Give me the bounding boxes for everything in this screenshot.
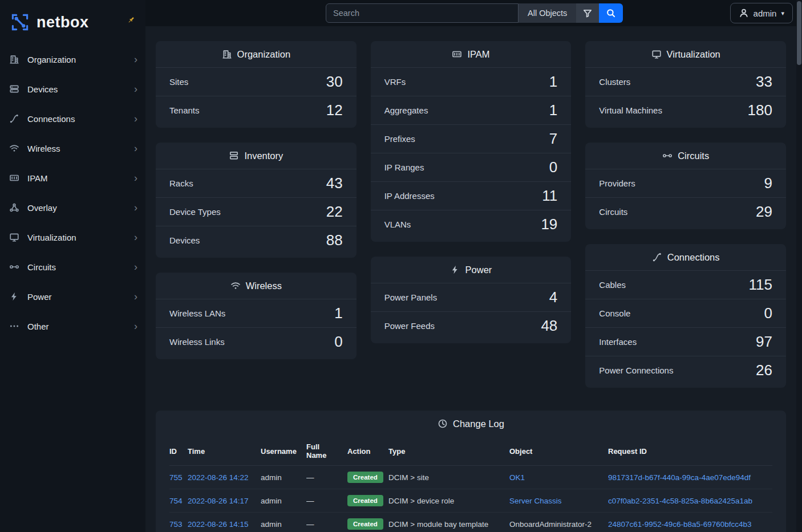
sidebar-item-virtualization[interactable]: Virtualization ›: [0, 222, 145, 252]
column-header-object: Object: [509, 437, 608, 466]
person-icon: [739, 8, 749, 18]
changelog-object-link[interactable]: OK1: [509, 473, 525, 482]
stat-row-sites[interactable]: Sites 30: [156, 67, 357, 96]
changelog-type: DCIM > site: [388, 466, 509, 489]
sidebar-item-connections[interactable]: Connections ›: [0, 104, 145, 133]
search-input[interactable]: [326, 3, 519, 23]
stat-row-aggregates[interactable]: Aggregates 1: [371, 96, 572, 124]
counter-icon: [452, 49, 462, 59]
search-submit-button[interactable]: [599, 3, 623, 23]
lightning-icon: [450, 265, 460, 275]
stat-row-racks[interactable]: Racks 43: [156, 169, 357, 197]
stat-label: IP Ranges: [384, 163, 424, 172]
column-header-action: Action: [347, 437, 388, 466]
stat-row-virtual-machines[interactable]: Virtual Machines 180: [585, 96, 786, 124]
card-header: Connections: [585, 244, 786, 270]
stat-row-tenants[interactable]: Tenants 12: [156, 96, 357, 124]
netbox-logo[interactable]: netbox: [0, 7, 145, 44]
column-1: Organization Sites 30 Tenants 12: [156, 41, 357, 359]
column-header-type: Type: [388, 437, 509, 466]
stat-row-device-types[interactable]: Device Types 22: [156, 197, 357, 226]
stat-value: 43: [326, 174, 343, 192]
stat-row-providers[interactable]: Providers 9: [585, 169, 786, 197]
filter-button[interactable]: [576, 3, 599, 23]
stat-row-ip-ranges[interactable]: IP Ranges 0: [371, 153, 572, 181]
scrollbar-thumb[interactable]: [797, 1, 801, 65]
changelog-username: admin: [261, 489, 306, 513]
pin-sidebar-icon[interactable]: [127, 16, 135, 27]
stat-value: 4: [549, 289, 557, 306]
stat-label: Circuits: [599, 207, 627, 217]
stat-row-ip-addresses[interactable]: IP Addresses 11: [371, 181, 572, 210]
sidebar-item-other[interactable]: Other ›: [0, 311, 145, 341]
stat-row-circuits[interactable]: Circuits 29: [585, 197, 786, 226]
stat-row-wireless-links[interactable]: Wireless Links 0: [156, 327, 357, 356]
chevron-right-icon: ›: [134, 113, 137, 124]
stat-row-cables[interactable]: Cables 115: [585, 270, 786, 299]
sidebar: netbox Organization › Devices ›: [0, 0, 145, 532]
user-menu-button[interactable]: admin ▾: [730, 3, 793, 23]
chevron-right-icon: ›: [134, 143, 137, 153]
changelog-id-link[interactable]: 754: [169, 497, 183, 505]
sidebar-item-label: Organization: [27, 55, 76, 64]
stat-row-clusters[interactable]: Clusters 33: [585, 67, 786, 96]
chevron-right-icon: ›: [134, 54, 137, 64]
stat-row-power-feeds[interactable]: Power Feeds 48: [371, 311, 572, 340]
table-row: 753 2022-08-26 14:15 admin — Created DCI…: [169, 513, 772, 532]
search-scope-button[interactable]: All Objects: [519, 3, 576, 23]
sidebar-item-label: Overlay: [27, 203, 57, 213]
changelog-id-link[interactable]: 755: [169, 473, 183, 482]
sidebar-item-circuits[interactable]: Circuits ›: [0, 252, 145, 282]
stat-value: 1: [549, 73, 557, 91]
changelog-request-id-link[interactable]: 24807c61-9952-49c6-b8a5-69760bfcc4b3: [608, 520, 751, 529]
changelog-username: admin: [261, 466, 306, 489]
sidebar-item-overlay[interactable]: Overlay ›: [0, 193, 145, 222]
changelog-id-link[interactable]: 753: [169, 520, 183, 529]
sidebar-item-label: Power: [27, 292, 52, 302]
stat-row-power-connections[interactable]: Power Connections 26: [585, 356, 786, 384]
changelog-request-id-link[interactable]: c07f0ab2-2351-4c58-825a-8b6a2425a1ab: [608, 497, 752, 505]
stat-row-prefixes[interactable]: Prefixes 7: [371, 124, 572, 153]
stat-row-interfaces[interactable]: Interfaces 97: [585, 327, 786, 356]
stat-row-vrfs[interactable]: VRFs 1: [371, 67, 572, 96]
changelog-time-link[interactable]: 2022-08-26 14:17: [188, 497, 249, 505]
sidebar-item-organization[interactable]: Organization ›: [0, 44, 145, 74]
table-row: 754 2022-08-26 14:17 admin — Created DCI…: [169, 489, 772, 513]
filter-icon: [582, 8, 593, 18]
sidebar-item-label: Other: [27, 322, 49, 331]
chevron-right-icon: ›: [134, 202, 137, 213]
stat-row-vlans[interactable]: VLANs 19: [371, 210, 572, 238]
sidebar-item-label: Circuits: [27, 262, 56, 272]
stat-label: Device Types: [169, 207, 221, 217]
changelog-time-link[interactable]: 2022-08-26 14:15: [188, 520, 249, 529]
transit-icon: [9, 262, 19, 272]
sidebar-item-ipam[interactable]: IPAM ›: [0, 163, 145, 193]
transit-icon: [662, 151, 673, 161]
sidebar-item-power[interactable]: Power ›: [0, 282, 145, 311]
action-badge: Created: [347, 495, 383, 506]
changelog-time-link[interactable]: 2022-08-26 14:22: [188, 473, 249, 482]
changelog-username: admin: [261, 513, 306, 532]
changelog-object-link[interactable]: Server Chassis: [509, 497, 562, 505]
stat-row-wireless-lans[interactable]: Wireless LANs 1: [156, 299, 357, 327]
changelog-request-id-link[interactable]: 9817317d-b67f-440a-99ca-4ae07ede94df: [608, 473, 751, 482]
building-icon: [9, 54, 19, 64]
monitor-icon: [9, 232, 19, 242]
changelog-type: DCIM > module bay template: [388, 513, 509, 532]
column-header-username: Username: [261, 437, 306, 466]
changelog-full-name: —: [306, 489, 347, 513]
main-area: All Objects admin ▾: [145, 0, 802, 532]
action-badge: Created: [347, 472, 383, 483]
scrollbar-track: [796, 0, 802, 532]
stat-row-console[interactable]: Console 0: [585, 299, 786, 327]
search-icon: [606, 8, 616, 18]
card-title: Organization: [237, 49, 291, 60]
stat-row-power-panels[interactable]: Power Panels 4: [371, 283, 572, 311]
stat-row-devices[interactable]: Devices 88: [156, 226, 357, 254]
chevron-right-icon: ›: [134, 321, 137, 331]
stat-label: Tenants: [169, 105, 200, 115]
sidebar-nav: Organization › Devices › Connections › W…: [0, 44, 145, 341]
sidebar-item-wireless[interactable]: Wireless ›: [0, 133, 145, 163]
change-log-table-wrap: ID Time Username Full Name Action Type O…: [156, 437, 786, 532]
sidebar-item-devices[interactable]: Devices ›: [0, 74, 145, 104]
